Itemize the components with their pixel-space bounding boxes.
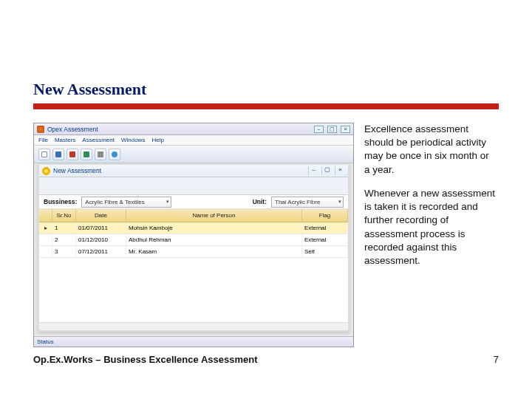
business-label: Bussiness: [44, 198, 77, 205]
table-row[interactable]: 3 07/12/2011 Mr. Kasam Self [39, 246, 348, 258]
main-titlebar: Opex Assessment – ▢ × [34, 123, 353, 135]
cell-name: Mr. Kasam [126, 246, 302, 257]
main-toolbar [34, 146, 353, 163]
cell-sr: 1 [52, 222, 76, 233]
cell-flag: External [302, 222, 348, 233]
help-icon[interactable] [109, 149, 120, 160]
new-icon[interactable] [38, 149, 50, 160]
cell-date: 01/07/2011 [76, 222, 126, 233]
cell-sr: 2 [52, 234, 76, 245]
child-window-title: New Assessment [53, 167, 101, 174]
slide-body-text: Excellence assessment should be periodic… [364, 123, 497, 347]
page-number: 7 [494, 354, 499, 365]
filter-row: Bussiness: Acrylic Fibre & Textiles Unit… [39, 195, 348, 209]
star-icon [42, 167, 50, 175]
child-window: New Assessment – ▢ × Bussiness: [38, 163, 349, 332]
refresh-icon[interactable] [81, 149, 92, 160]
unit-dropdown[interactable]: Thai Acrylic Fibre [271, 197, 344, 208]
main-statusbar: Status [34, 336, 353, 347]
cell-flag: External [302, 234, 348, 245]
cell-name: Abdhul Rehman [126, 234, 302, 245]
child-close-button[interactable]: × [335, 166, 345, 175]
col-name: Name of Person [126, 209, 302, 222]
app-screenshot: Opex Assessment – ▢ × File Masters Asses… [33, 123, 354, 347]
footer-text: Op.Ex.Works – Business Excellence Assess… [33, 354, 257, 365]
cell-name: Mohsin Kamboje [126, 222, 302, 233]
row-indicator-icon: ▸ [39, 222, 52, 233]
paragraph-1: Excellence assessment should be periodic… [364, 123, 497, 177]
slide-title: New Assessment [33, 0, 499, 99]
menu-help[interactable]: Help [151, 137, 163, 143]
grid-header: Sr.No Date Name of Person Flag [39, 209, 348, 222]
cell-flag: Self [302, 246, 348, 257]
print-icon[interactable] [95, 149, 106, 160]
table-row[interactable]: ▸ 1 01/07/2011 Mohsin Kamboje External [39, 222, 348, 234]
menu-windows[interactable]: Windows [121, 137, 145, 143]
menu-assessment[interactable]: Assessment [82, 137, 115, 143]
menubar: File Masters Assessment Windows Help [34, 135, 353, 146]
maximize-button[interactable]: ▢ [327, 126, 337, 133]
child-titlebar: New Assessment – ▢ × [39, 165, 348, 177]
delete-icon[interactable] [66, 149, 78, 160]
divider-bar [33, 103, 499, 109]
paragraph-2: Whenever a new assessment is taken it is… [364, 187, 497, 267]
app-icon [37, 126, 44, 133]
col-flag: Flag [302, 209, 348, 222]
child-minimize-button[interactable]: – [308, 166, 318, 175]
cell-date: 01/12/2010 [76, 234, 126, 245]
menu-file[interactable]: File [38, 137, 48, 143]
child-maximize-button[interactable]: ▢ [321, 166, 332, 175]
col-srno: Sr.No [52, 209, 76, 222]
save-icon[interactable] [52, 149, 64, 160]
menu-masters[interactable]: Masters [55, 137, 75, 143]
business-dropdown[interactable]: Acrylic Fibre & Textiles [81, 197, 171, 208]
unit-label: Unit: [253, 198, 267, 205]
table-row[interactable]: 2 01/12/2010 Abdhul Rehman External [39, 234, 348, 246]
close-button[interactable]: × [341, 126, 350, 133]
cell-sr: 3 [52, 246, 76, 257]
col-date: Date [76, 209, 126, 222]
child-statusbar [39, 322, 348, 330]
minimize-button[interactable]: – [314, 126, 324, 133]
main-window-title: Opex Assessment [47, 126, 98, 133]
cell-date: 07/12/2011 [76, 246, 126, 257]
child-toolbar [39, 177, 348, 195]
